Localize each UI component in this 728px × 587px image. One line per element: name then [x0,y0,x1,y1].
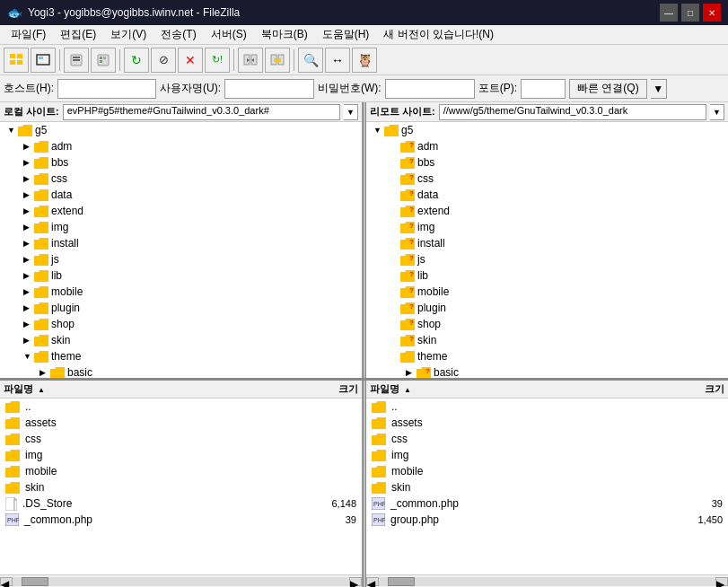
user-input[interactable] [224,79,314,99]
port-input[interactable] [521,79,566,99]
left-tree-item[interactable]: ▶ img [0,219,362,235]
right-scroll-right[interactable]: ▶ [715,577,728,586]
pass-input[interactable] [385,79,475,99]
menu-edit[interactable]: 편집(E) [53,25,103,44]
right-tree-item[interactable]: ? install [366,235,728,251]
right-scroll-thumb[interactable] [388,577,415,586]
toolbar-log-btn[interactable]: 🦉 [352,48,377,73]
left-file-row[interactable]: skin [0,479,362,495]
left-tree-item[interactable]: ▶ mobile [0,284,362,300]
right-file-row[interactable]: PHP group.php1,450 [366,512,728,528]
left-scroll-left[interactable]: ◀ [0,577,13,586]
right-tree-item[interactable]: ? lib [366,267,728,284]
left-file-area[interactable]: 파일명 ▲ 크기 .. assets css img mobile skin [0,381,362,574]
toolbar-search-btn[interactable]: 🔍 [298,48,323,73]
minimize-button[interactable]: — [660,4,678,22]
right-tree-item[interactable]: ▼ g5 [366,122,728,138]
right-file-row[interactable]: .. [366,399,728,415]
toolbar-sync-btn[interactable]: ↔ [325,48,350,73]
menu-help[interactable]: 도움말(H) [315,25,377,44]
right-scroll-track[interactable] [379,577,715,586]
right-tree-item[interactable]: ? bbs [366,154,728,171]
menu-bookmark[interactable]: 북마크(B) [254,25,315,44]
right-file-row[interactable]: img [366,447,728,463]
left-scroll-track[interactable] [13,577,349,586]
menu-file[interactable]: 파일(F) [4,25,53,44]
left-fsize-header[interactable]: 크기 [290,382,362,396]
left-tree-item[interactable]: ▶ lib [0,267,362,284]
left-file-row[interactable]: .. [0,399,362,415]
toolbar-btn4[interactable] [91,48,116,73]
close-button[interactable]: ✕ [703,4,721,22]
right-fsize-header[interactable]: 크기 [656,382,728,396]
left-tree-item[interactable]: ▼ g5 [0,122,362,138]
left-tree-item[interactable]: ▶ plugin [0,300,362,316]
right-tree-area[interactable]: ▼ g5 ? adm ? bbs ? css ? data ? extend ?… [366,122,728,378]
right-tree-item[interactable]: ? adm [366,138,728,154]
right-site-path[interactable]: //www/g5/theme/GnuTailwind_v0.3.0_dark [439,104,706,120]
menu-view[interactable]: 보기(V) [103,25,153,44]
left-tree-area[interactable]: ▼ g5▶ adm▶ bbs▶ css▶ data▶ extend▶ img▶ … [0,122,362,378]
left-site-dropdown[interactable]: ▼ [344,104,358,120]
right-file-row[interactable]: assets [366,415,728,431]
left-scroll-right[interactable]: ▶ [349,577,362,586]
left-tree-item[interactable]: ▼ theme [0,348,362,364]
right-file-row[interactable]: PHP _common.php39 [366,495,728,512]
left-file-header[interactable]: 파일명 ▲ 크기 [0,381,362,399]
toolbar-btn2[interactable] [31,48,56,73]
maximize-button[interactable]: □ [681,4,699,22]
right-tree-item[interactable]: ? img [366,219,728,235]
host-input[interactable] [57,79,156,99]
right-file-row[interactable]: css [366,431,728,447]
right-tree-item[interactable]: theme [366,348,728,364]
right-tree-item[interactable]: ? plugin [366,300,728,316]
right-tree-item[interactable]: ▶ ? basic [366,364,728,378]
toolbar-reconnect-btn[interactable]: ↻! [205,48,230,73]
right-tree-item[interactable]: ? skin [366,332,728,348]
right-fname-header[interactable]: 파일명 ▲ [366,382,656,396]
toolbar-cancel-btn[interactable]: ⊘ [151,48,176,73]
left-tree-item[interactable]: ▶ data [0,187,362,203]
left-tree-item[interactable]: ▶ extend [0,203,362,219]
left-file-row[interactable]: .DS_Store6,148 [0,495,362,512]
right-tree-item[interactable]: ? css [366,171,728,187]
menu-server[interactable]: 서버(S) [204,25,254,44]
left-site-path[interactable]: evPHP#g5#theme#GnuTailwind_v0.3.0_dark# [63,104,340,120]
left-tree-item[interactable]: ▶ basic [0,364,362,378]
left-tree-item[interactable]: ▶ adm [0,138,362,154]
toolbar-btn3[interactable] [64,48,89,73]
left-tree-item[interactable]: ▶ bbs [0,154,362,171]
right-tree-item[interactable]: ? mobile [366,284,728,300]
left-tree-item[interactable]: ▶ css [0,171,362,187]
left-file-row[interactable]: mobile [0,463,362,479]
toolbar-siteman-btn[interactable] [4,48,29,73]
menu-transfer[interactable]: 전송(T) [153,25,203,44]
right-site-dropdown[interactable]: ▼ [710,104,724,120]
right-scroll-left[interactable]: ◀ [366,577,379,586]
connect-dropdown[interactable]: ▼ [651,79,667,99]
right-tree-item[interactable]: ? shop [366,316,728,332]
toolbar-disconnect-btn[interactable]: ✕ [178,48,203,73]
left-tree-item[interactable]: ▶ skin [0,332,362,348]
left-fname-header[interactable]: 파일명 ▲ [0,382,290,396]
left-file-row[interactable]: img [0,447,362,463]
right-hscrollbar[interactable]: ◀ ▶ [366,574,728,587]
toolbar-queue-btn[interactable] [238,48,263,73]
left-file-row[interactable]: assets [0,415,362,431]
left-tree-item[interactable]: ▶ shop [0,316,362,332]
right-tree-item[interactable]: ? data [366,187,728,203]
toolbar-queue2-btn[interactable] [265,48,290,73]
connect-button[interactable]: 빠른 연결(Q) [569,79,647,99]
left-file-row[interactable]: PHP _common.php39 [0,512,362,528]
right-file-area[interactable]: 파일명 ▲ 크기 .. assets css img mobile skin P… [366,381,728,574]
left-file-row[interactable]: css [0,431,362,447]
right-tree-item[interactable]: ? extend [366,203,728,219]
right-file-row[interactable]: mobile [366,463,728,479]
menu-newversion[interactable]: 새 버전이 있습니다!(N) [376,25,501,44]
left-tree-item[interactable]: ▶ install [0,235,362,251]
right-tree-item[interactable]: ? js [366,251,728,267]
left-tree-item[interactable]: ▶ js [0,251,362,267]
toolbar-refresh-btn[interactable]: ↻ [124,48,149,73]
left-hscrollbar[interactable]: ◀ ▶ [0,574,362,587]
left-scroll-thumb[interactable] [22,577,48,586]
